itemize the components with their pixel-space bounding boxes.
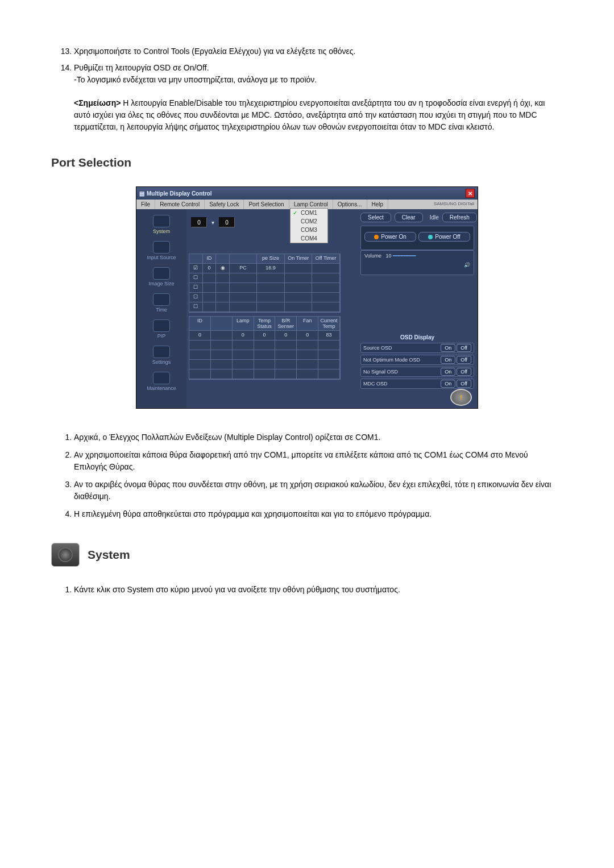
port-com2[interactable]: COM2 xyxy=(291,217,327,226)
port-com4[interactable]: COM4 xyxy=(291,234,327,243)
menu-options[interactable]: Options... xyxy=(333,200,367,209)
note-2: Αν χρησιμοποιείται κάποια θύρα διαφορετι… xyxy=(74,449,563,473)
mdc-screenshot: ▤ Multiple Display Control ✕ File Remote… xyxy=(51,186,563,409)
table-row[interactable]: ☑ 0 ◉ PC 16:9 xyxy=(189,264,340,273)
brand-label: SAMSUNG DIGITall xyxy=(430,200,478,209)
id-input-1[interactable]: 0 xyxy=(191,217,207,227)
dropdown-icon[interactable]: ▾ xyxy=(211,219,214,226)
instruction-list-top: Χρησιμοποιήστε το Control Tools (Εργαλεί… xyxy=(51,45,563,86)
instruction-14-text: Ρυθμίζει τη λειτουργία OSD σε On/Off. xyxy=(74,63,209,72)
osd-source: Source OSD OnOff xyxy=(360,343,474,353)
not-optimum-off[interactable]: Off xyxy=(457,356,471,364)
check-icon: ✓ xyxy=(293,210,297,216)
system-icon xyxy=(153,215,170,227)
power-box: Power On Power Off xyxy=(360,226,474,250)
app-icon: ▤ xyxy=(139,190,144,197)
port-com3[interactable]: COM3 xyxy=(291,226,327,234)
input-source-icon xyxy=(153,241,170,254)
time-icon xyxy=(153,293,170,306)
system-section-header: System xyxy=(51,543,563,567)
status-table: ID Lamp Temp Status B/R Senser Fan Curre… xyxy=(189,316,341,380)
osd-display-panel: OSD Display Source OSD OnOff Not Optimum… xyxy=(360,334,474,391)
port-selection-notes: Αρχικά, ο Έλεγχος Πολλαπλών Ενδείξεων (M… xyxy=(51,431,563,520)
power-on-icon xyxy=(374,235,379,239)
image-size-icon xyxy=(153,267,170,280)
osd-mdc: MDC OSD OnOff xyxy=(360,379,474,389)
alert-icon: ! xyxy=(450,389,472,406)
sidebar-input-source[interactable]: Input Source xyxy=(136,239,186,265)
volume-box: Volume 10 ━━━━━━━━ 🔊 xyxy=(360,250,474,275)
note-3: Αν το ακριβές όνομα θύρας που συνδέεται … xyxy=(74,479,563,502)
clear-button[interactable]: Clear xyxy=(395,213,423,222)
refresh-button[interactable]: Refresh xyxy=(442,213,477,222)
sidebar-image-size[interactable]: Image Size xyxy=(136,265,186,291)
idle-label: Idle xyxy=(430,214,439,221)
maintenance-icon xyxy=(153,372,170,384)
mdc-titlebar: ▤ Multiple Display Control ✕ xyxy=(136,187,478,200)
system-section-icon xyxy=(51,543,80,567)
settings-icon xyxy=(153,346,170,358)
mdc-window: ▤ Multiple Display Control ✕ File Remote… xyxy=(136,186,478,409)
note-1: Αρχικά, ο Έλεγχος Πολλαπλών Ενδείξεων (M… xyxy=(74,431,563,443)
menu-file[interactable]: File xyxy=(136,200,155,209)
control-panel: Select Clear Idle Refresh Power On Power… xyxy=(360,213,474,275)
display-table: ID pe Size On Timer Off Timer ☑ 0 ◉ PC 1… xyxy=(189,254,341,313)
instruction-14-sub: -Το λογισμικό ενδέχεται να μην υποστηρίζ… xyxy=(74,75,317,84)
power-on-button[interactable]: Power On xyxy=(364,232,416,242)
select-button[interactable]: Select xyxy=(360,213,391,222)
not-optimum-on[interactable]: On xyxy=(441,356,455,364)
volume-value: 10 xyxy=(386,253,392,259)
menu-remote-control[interactable]: Remote Control xyxy=(155,200,205,209)
pip-icon xyxy=(153,319,170,332)
id-input-2[interactable]: 0 xyxy=(219,217,235,227)
power-off-button[interactable]: Power Off xyxy=(418,232,470,242)
system-section-title: System xyxy=(88,548,130,562)
no-signal-off[interactable]: Off xyxy=(457,368,471,376)
source-osd-off[interactable]: Off xyxy=(457,344,471,352)
port-selection-dropdown[interactable]: ✓COM1 COM2 COM3 COM4 xyxy=(290,208,328,243)
menu-safety-lock[interactable]: Safety Lock xyxy=(205,200,244,209)
section-port-selection: Port Selection xyxy=(51,156,563,169)
sidebar: System Input Source Image Size Time PIP … xyxy=(136,209,186,408)
note-label: <Σημείωση> xyxy=(74,98,121,107)
system-note-1: Κάντε κλικ στο System στο κύριο μενού γι… xyxy=(74,584,563,596)
note-text: Η λειτουργία Enable/Disable του τηλεχειρ… xyxy=(74,98,545,131)
instruction-14: Ρυθμίζει τη λειτουργία OSD σε On/Off. -Τ… xyxy=(74,62,563,86)
speaker-icon[interactable]: 🔊 xyxy=(464,262,470,268)
instruction-13: Χρησιμοποιήστε το Control Tools (Εργαλεί… xyxy=(74,45,563,57)
power-off-icon xyxy=(428,235,433,239)
osd-no-signal: No Signal OSD OnOff xyxy=(360,367,474,377)
menu-port-selection[interactable]: Port Selection xyxy=(244,200,289,209)
mdc-osd-on[interactable]: On xyxy=(441,380,455,388)
note-4: Η επιλεγμένη θύρα αποθηκεύεται στο πρόγρ… xyxy=(74,508,563,520)
osd-title: OSD Display xyxy=(360,334,474,340)
system-notes: Κάντε κλικ στο System στο κύριο μενού γι… xyxy=(51,584,563,596)
volume-label: Volume xyxy=(364,253,381,259)
port-com1[interactable]: ✓COM1 xyxy=(291,209,327,217)
sidebar-settings[interactable]: Settings xyxy=(136,343,186,369)
sidebar-system[interactable]: System xyxy=(136,213,186,239)
menu-help[interactable]: Help xyxy=(367,200,389,209)
no-signal-on[interactable]: On xyxy=(441,368,455,376)
sidebar-time[interactable]: Time xyxy=(136,291,186,317)
sidebar-pip[interactable]: PIP xyxy=(136,317,186,343)
table-row[interactable]: 0 0 0 0 0 83 xyxy=(189,331,340,340)
sidebar-maintenance[interactable]: Maintenance xyxy=(136,369,186,396)
note-block: <Σημείωση> Η λειτουργία Enable/Disable τ… xyxy=(74,97,563,133)
source-osd-on[interactable]: On xyxy=(441,344,455,352)
mdc-main-area: ✓COM1 COM2 COM3 COM4 0 ▾ 0 Select Clear xyxy=(186,209,478,408)
mdc-osd-off[interactable]: Off xyxy=(457,380,471,388)
close-button[interactable]: ✕ xyxy=(466,189,475,198)
window-title: Multiple Display Control xyxy=(147,190,211,197)
osd-not-optimum: Not Optimum Mode OSD OnOff xyxy=(360,355,474,365)
